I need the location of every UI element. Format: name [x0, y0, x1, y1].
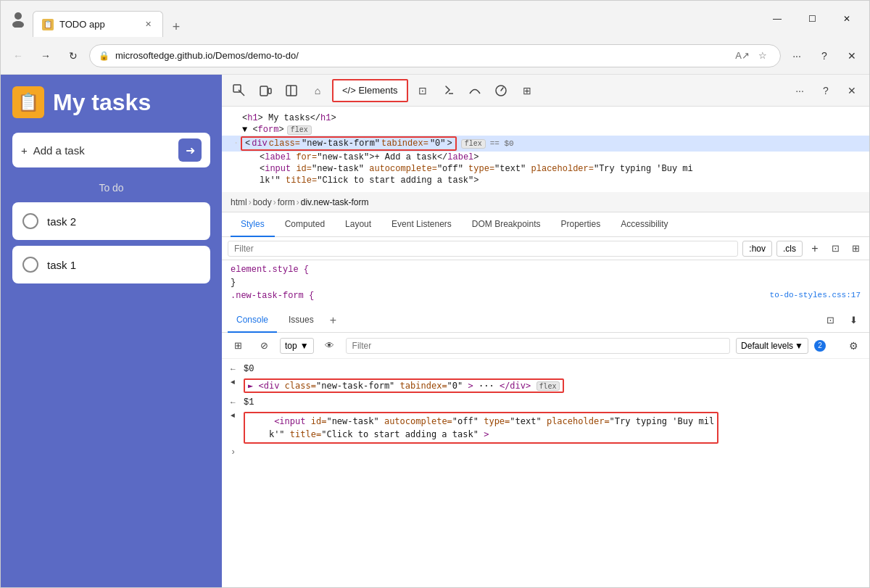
- console-icon-2[interactable]: ⬇: [843, 310, 863, 331]
- application-button[interactable]: ⊞: [515, 79, 539, 102]
- styles-filter-input[interactable]: [228, 241, 738, 257]
- breadcrumb-body[interactable]: body: [253, 197, 272, 207]
- console-toolbar: ⊞ ⊘ top ▼ 👁 Default levels ▼ 2 ⚙: [222, 333, 869, 359]
- more-tools-button[interactable]: ···: [785, 44, 808, 67]
- add-task-arrow-icon: ➜: [178, 138, 202, 162]
- console-prompt-line: ›: [222, 446, 869, 459]
- console-expand-0[interactable]: ◄: [231, 378, 238, 386]
- profile-icon[interactable]: [7, 7, 30, 30]
- console-context-selector[interactable]: top ▼: [280, 338, 314, 354]
- html-tree: <h1> My tasks</h1> ▼ <form>flex ··· <div…: [222, 107, 869, 192]
- task-1-label: task 1: [47, 259, 76, 271]
- address-bar[interactable]: 🔒 microsoftedge.github.io/Demos/demo-to-…: [89, 44, 781, 67]
- elements-tab-label: </> Elements: [342, 85, 398, 96]
- tree-line-form[interactable]: ▼ <form>flex: [222, 124, 869, 136]
- close-devtools-button[interactable]: ✕: [840, 44, 863, 67]
- task-item-2[interactable]: task 2: [12, 202, 210, 240]
- back-button[interactable]: ←: [7, 44, 30, 67]
- breadcrumb-div[interactable]: div.new-task-form: [301, 197, 369, 207]
- console-line-1: ← $1: [222, 395, 869, 410]
- console-clear-button[interactable]: ⊘: [254, 336, 274, 356]
- console-expand-1[interactable]: ◄: [231, 412, 238, 420]
- console-levels-button[interactable]: Default levels ▼: [736, 338, 808, 354]
- add-style-rule-button[interactable]: +: [807, 241, 823, 257]
- pseudo-cls-button[interactable]: .cls: [776, 241, 803, 257]
- todo-app-panel: 📋 My tasks + Add a task ➜ To do task 2 t…: [1, 75, 222, 587]
- tab-dom-breakpoints[interactable]: DOM Breakpoints: [462, 212, 551, 237]
- task-2-checkbox[interactable]: [22, 213, 38, 229]
- add-console-tab-button[interactable]: +: [326, 314, 341, 327]
- device-emulation-button[interactable]: [254, 79, 277, 102]
- tree-line-div-selected[interactable]: ··· <div class="new-task-form" tabindex=…: [222, 136, 869, 152]
- devtools-close-button[interactable]: ✕: [840, 79, 863, 102]
- console-levels-label: Default levels: [741, 341, 793, 351]
- favorites-button[interactable]: ☆: [754, 47, 771, 65]
- read-aloud-button[interactable]: A↗: [734, 47, 751, 65]
- pseudo-hov-button[interactable]: :hov: [742, 241, 772, 257]
- tab-issues[interactable]: Issues: [280, 308, 323, 333]
- console-icon-1[interactable]: ⊡: [820, 310, 840, 331]
- new-tab-button[interactable]: +: [166, 17, 186, 37]
- home-button[interactable]: ⌂: [306, 79, 329, 102]
- tree-line-input2[interactable]: lk'" title="Click to start adding a task…: [222, 175, 869, 186]
- dock-side-button[interactable]: [280, 79, 303, 102]
- tab-event-listeners[interactable]: Event Listeners: [381, 212, 462, 237]
- new-task-form-rule: .new-task-form { to-do-styles.css:17: [231, 291, 861, 301]
- tab-layout[interactable]: Layout: [335, 212, 381, 237]
- console-output: ← $0 ◄ ► <div class="new-task-form" tabi…: [222, 359, 869, 462]
- console-filter-input[interactable]: [346, 338, 730, 354]
- breadcrumb-html[interactable]: html: [231, 197, 247, 207]
- navigation-bar: ← → ↻ 🔒 microsoftedge.github.io/Demos/de…: [1, 37, 869, 75]
- network-button[interactable]: [463, 79, 486, 102]
- sources-button[interactable]: [437, 79, 460, 102]
- console-settings-button[interactable]: ⚙: [843, 336, 863, 356]
- console-line-1b: ◄ <input id="new-task" autocomplete="off…: [222, 410, 869, 446]
- styles-settings-button[interactable]: ⊞: [848, 241, 863, 257]
- tab-properties[interactable]: Properties: [551, 212, 611, 237]
- task-2-label: task 2: [47, 215, 76, 228]
- browser-window: 📋 TODO app ✕ + — ☐ ✕ ← → ↻ 🔒 microsofted…: [0, 0, 870, 588]
- window-close-button[interactable]: ✕: [830, 7, 863, 30]
- task-item-1[interactable]: task 1: [12, 246, 210, 283]
- tree-line-input[interactable]: <input id="new-task" autocomplete="off" …: [222, 163, 869, 175]
- task-1-checkbox[interactable]: [22, 257, 38, 273]
- console-line-0: ← $0: [222, 362, 869, 376]
- console-arrow-0: ←: [231, 365, 238, 373]
- performance-button[interactable]: [489, 79, 513, 102]
- breadcrumb-form[interactable]: form: [278, 197, 295, 207]
- forward-button[interactable]: →: [34, 44, 57, 67]
- console-sidebar-button[interactable]: ⊞: [228, 336, 248, 356]
- tab-close-button[interactable]: ✕: [142, 19, 154, 30]
- inspect-element-button[interactable]: [228, 79, 251, 102]
- window-minimize-button[interactable]: —: [761, 7, 794, 30]
- tab-styles[interactable]: Styles: [231, 212, 275, 237]
- devtools-panel: ⌂ </> Elements ⊡ ⊞ ··· ? ✕: [222, 75, 869, 587]
- console-icon-button[interactable]: ⊡: [411, 79, 434, 102]
- tree-line-label[interactable]: <label for="new-task">+ Add a task</labe…: [222, 152, 869, 163]
- console-eye-button[interactable]: 👁: [320, 336, 340, 356]
- more-devtools-button[interactable]: ···: [788, 79, 811, 102]
- html-breadcrumb: html › body › form › div.new-task-form: [222, 192, 869, 212]
- add-task-plus-icon: +: [21, 144, 28, 157]
- tab-computed[interactable]: Computed: [275, 212, 335, 237]
- styles-copy-button[interactable]: ⊡: [827, 241, 843, 257]
- add-task-label: Add a task: [33, 144, 85, 157]
- styles-content: element.style { } .new-task-form { to-do…: [222, 260, 869, 308]
- svg-rect-5: [286, 86, 297, 96]
- svg-point-0: [14, 12, 22, 20]
- tab-console[interactable]: Console: [228, 308, 277, 333]
- elements-tab[interactable]: </> Elements: [332, 79, 408, 102]
- svg-rect-4: [268, 88, 271, 94]
- add-task-button[interactable]: + Add a task ➜: [12, 133, 210, 167]
- tab-accessibility[interactable]: Accessibility: [610, 212, 678, 237]
- console-context-dropdown-icon: ▼: [300, 341, 309, 351]
- devtools-help-button[interactable]: ?: [814, 79, 837, 102]
- browser-tab-active[interactable]: 📋 TODO app ✕: [33, 11, 163, 37]
- help-button[interactable]: ?: [813, 44, 836, 67]
- styles-panel-tabs: Styles Computed Layout Event Listeners D…: [222, 212, 869, 237]
- refresh-button[interactable]: ↻: [62, 44, 85, 67]
- styles-toolbar: :hov .cls + ⊡ ⊞: [222, 237, 869, 260]
- tree-line-h1[interactable]: <h1> My tasks</h1>: [222, 112, 869, 124]
- window-maximize-button[interactable]: ☐: [795, 7, 829, 30]
- console-line-0b: ◄ ► <div class="new-task-form" tabindex=…: [222, 376, 869, 395]
